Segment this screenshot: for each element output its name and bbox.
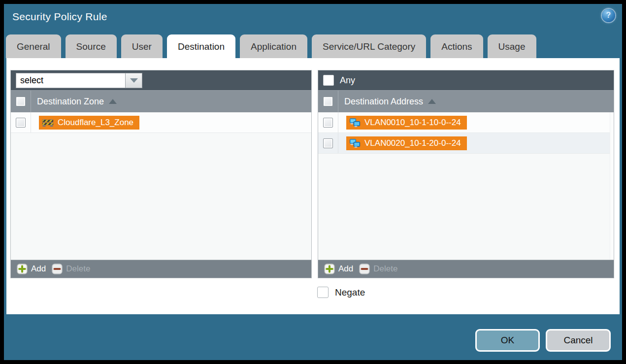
zone-list: Cloudflare_L3_Zone (11, 112, 311, 260)
sort-ascending-icon (428, 99, 436, 104)
address-panel-footer: Add Delete (318, 260, 614, 278)
address-select-all-checkbox[interactable] (323, 97, 333, 106)
address-delete-label: Delete (373, 264, 397, 274)
zone-add-button[interactable]: Add (17, 264, 46, 274)
tab-application[interactable]: Application (240, 34, 307, 58)
zone-column-label[interactable]: Destination Zone (37, 97, 117, 107)
row-checkcell (318, 133, 338, 153)
tab-user[interactable]: User (121, 34, 163, 58)
address-icon (349, 139, 361, 148)
tab-general[interactable]: General (6, 34, 61, 58)
cancel-button[interactable]: Cancel (546, 329, 611, 352)
zone-panel-toolbar (11, 70, 311, 90)
address-row-checkbox-2[interactable] (323, 138, 333, 148)
address-entry-vlan0010[interactable]: VLAN0010_10-1-10-0--24 (346, 116, 467, 130)
zone-column-text: Destination Zone (37, 97, 104, 106)
negate-row: Negate (317, 287, 365, 298)
address-entry-label: VLAN0010_10-1-10-0--24 (364, 118, 461, 128)
zone-entry-label: Cloudflare_L3_Zone (58, 118, 133, 128)
zone-header-checkcell (11, 91, 31, 112)
tab-usage[interactable]: Usage (488, 34, 536, 58)
destination-zone-panel: Destination Zone (10, 70, 312, 278)
zone-entry-cloudflare-l3-zone[interactable]: Cloudflare_L3_Zone (39, 116, 139, 130)
tab-destination[interactable]: Destination (167, 34, 235, 58)
security-policy-rule-dialog: Security Policy Rule ? General Source Us… (4, 4, 622, 360)
chevron-down-icon (130, 78, 138, 83)
zone-select-all-checkbox[interactable] (16, 97, 26, 106)
screen: Security Policy Rule ? General Source Us… (0, 0, 626, 364)
address-header-checkcell (318, 91, 338, 112)
table-row: VLAN0020_10-1-20-0--24 (318, 133, 614, 154)
table-row: VLAN0010_10-1-10-0--24 (318, 112, 614, 133)
address-column-header: Destination Address (318, 90, 614, 112)
destination-tab-content: Destination Zone (6, 58, 620, 314)
address-panel-toolbar: Any (318, 70, 614, 90)
address-add-button[interactable]: Add (324, 264, 353, 274)
address-entry-vlan0020[interactable]: VLAN0020_10-1-20-0--24 (346, 136, 467, 150)
negate-label: Negate (335, 287, 365, 298)
address-column-label[interactable]: Destination Address (344, 97, 436, 107)
dialog-title: Security Policy Rule (12, 11, 107, 23)
address-entry-label: VLAN0020_10-1-20-0--24 (364, 138, 461, 148)
zone-row-checkbox[interactable] (16, 118, 26, 128)
zone-select-combo (16, 73, 142, 88)
address-icon (349, 118, 361, 127)
ok-button[interactable]: OK (475, 329, 540, 352)
zone-delete-label: Delete (66, 264, 90, 274)
zone-delete-button[interactable]: Delete (52, 264, 90, 274)
help-icon[interactable]: ? (602, 9, 615, 22)
negate-checkbox[interactable] (317, 287, 329, 298)
delete-icon (359, 264, 370, 274)
zone-select-dropdown-button[interactable] (125, 73, 142, 88)
zone-icon (42, 118, 54, 127)
address-list: VLAN0010_10-1-10-0--24 (318, 112, 614, 260)
address-row-checkbox-1[interactable] (323, 118, 333, 128)
add-icon (17, 264, 28, 274)
row-checkcell (318, 112, 338, 132)
zone-add-label: Add (31, 264, 46, 274)
address-delete-button[interactable]: Delete (359, 264, 397, 274)
any-checkbox[interactable] (323, 75, 334, 86)
destination-address-panel: Any Destination Address (318, 70, 614, 278)
address-add-label: Add (338, 264, 353, 274)
tab-service-url-category[interactable]: Service/URL Category (312, 34, 426, 58)
sort-ascending-icon (109, 99, 117, 104)
add-icon (324, 264, 335, 274)
scrollbar-track[interactable] (610, 112, 614, 260)
row-checkcell (11, 112, 31, 132)
tab-bar: General Source User Destination Applicat… (6, 34, 541, 58)
address-column-text: Destination Address (344, 97, 423, 106)
zone-column-header: Destination Zone (11, 90, 311, 112)
delete-icon (52, 264, 63, 274)
table-row: Cloudflare_L3_Zone (11, 112, 311, 133)
any-label: Any (340, 75, 355, 86)
zone-panel-footer: Add Delete (11, 260, 311, 278)
tab-source[interactable]: Source (66, 34, 117, 58)
tab-actions[interactable]: Actions (430, 34, 483, 58)
zone-select-input[interactable] (16, 73, 125, 88)
